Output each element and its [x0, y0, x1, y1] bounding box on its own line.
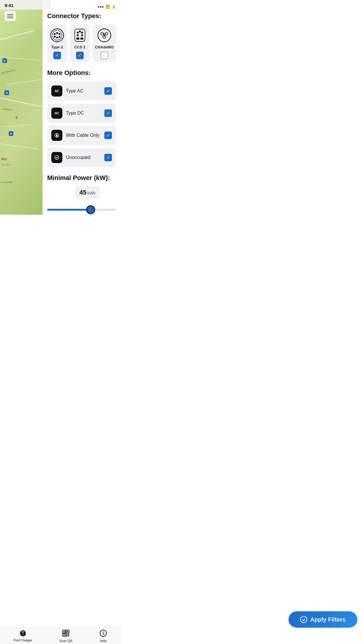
option-unoccupied[interactable]: Unoccupied ✓: [47, 148, 116, 167]
option-type-dc[interactable]: DC Type DC ✓: [47, 104, 116, 123]
option-type-ac[interactable]: AC Type AC ✓: [47, 81, 116, 101]
type-ac-checkmark: ✓: [106, 89, 110, 93]
svg-rect-15: [80, 37, 83, 39]
cable-only-checkmark: ✓: [106, 133, 110, 138]
ccs2-checkbox[interactable]: ✓: [76, 52, 84, 59]
svg-point-12: [81, 34, 83, 36]
ccs2-icon: [73, 28, 87, 43]
connector-chademo[interactable]: CHAdeMO: [93, 24, 116, 62]
svg-rect-27: [57, 136, 57, 137]
chademo-name: CHAdeMO: [95, 45, 114, 49]
type2-checkmark: ✓: [55, 53, 59, 58]
status-time: 9:41: [5, 3, 13, 8]
ccs2-checkmark: ✓: [78, 53, 82, 58]
unoccupied-label: Unoccupied: [66, 155, 101, 160]
ccs2-name: CCS 2: [74, 45, 85, 49]
connector-types-section: Connector Types: Type 2: [47, 12, 116, 62]
connector-types-title: Connector Types:: [47, 12, 116, 20]
unoccupied-checkbox[interactable]: ✓: [104, 154, 112, 161]
cable-only-label: With Cable Only: [66, 133, 101, 138]
svg-rect-25: [56, 134, 57, 135]
type2-name: Type 2: [51, 45, 63, 49]
cable-only-checkbox[interactable]: ✓: [104, 132, 112, 139]
power-slider-container: [47, 204, 116, 215]
unoccupied-badge: [51, 152, 62, 163]
power-value: 45: [79, 189, 86, 196]
hamburger-menu[interactable]: [5, 11, 16, 21]
power-section: Minimal Power (kW): 45 kWh: [47, 174, 116, 215]
chademo-icon: [97, 28, 112, 43]
svg-point-9: [77, 32, 78, 34]
svg-point-0: [51, 29, 64, 42]
plug-icon: [54, 132, 60, 138]
type-ac-label: Type AC: [66, 88, 101, 94]
power-title: Minimal Power (kW):: [47, 174, 116, 182]
type-dc-label: Type DC: [66, 111, 101, 116]
svg-rect-7: [56, 37, 58, 38]
more-options-title: More Options:: [47, 69, 116, 77]
checkmark-circle-icon: [54, 155, 60, 160]
cable-badge: [51, 130, 62, 141]
ac-badge-text: AC: [55, 89, 59, 93]
app-layout: Bd Haussma... ...adeleine Rue Sa... M M …: [0, 0, 121, 215]
dc-badge: DC: [51, 108, 62, 119]
chademo-checkbox[interactable]: [101, 52, 108, 59]
power-slider[interactable]: [47, 209, 116, 211]
svg-rect-14: [76, 37, 79, 39]
svg-point-10: [81, 32, 83, 34]
type2-checkbox[interactable]: ✓: [53, 52, 61, 59]
svg-point-28: [55, 155, 59, 160]
unoccupied-checkmark: ✓: [106, 155, 110, 160]
connector-ccs2[interactable]: CCS 2 ✓: [70, 24, 90, 62]
svg-point-4: [54, 36, 55, 37]
svg-point-13: [79, 31, 81, 32]
connector-type2[interactable]: Type 2 ✓: [47, 24, 67, 62]
svg-point-11: [77, 34, 78, 36]
svg-point-6: [56, 32, 58, 34]
svg-point-1: [52, 30, 62, 40]
option-cable-only[interactable]: With Cable Only ✓: [47, 126, 116, 145]
type-dc-checkmark: ✓: [106, 111, 110, 116]
svg-point-2: [54, 33, 55, 35]
status-bar: 9:41: [0, 0, 51, 10]
svg-point-5: [59, 36, 60, 37]
power-unit: kWh: [87, 191, 96, 195]
connector-row: Type 2 ✓: [47, 24, 116, 62]
filter-panel: ●●● 📶 🔋 Connector Types:: [43, 0, 121, 215]
type-dc-checkbox[interactable]: ✓: [104, 109, 112, 117]
type2-icon: [50, 28, 64, 43]
svg-rect-26: [57, 134, 58, 135]
svg-point-3: [59, 33, 60, 35]
type-ac-checkbox[interactable]: ✓: [104, 87, 112, 95]
ac-badge: AC: [51, 85, 62, 97]
dc-badge-text: DC: [55, 111, 59, 115]
more-options-section: More Options: AC Type AC ✓ DC Type DC ✓: [47, 69, 116, 167]
